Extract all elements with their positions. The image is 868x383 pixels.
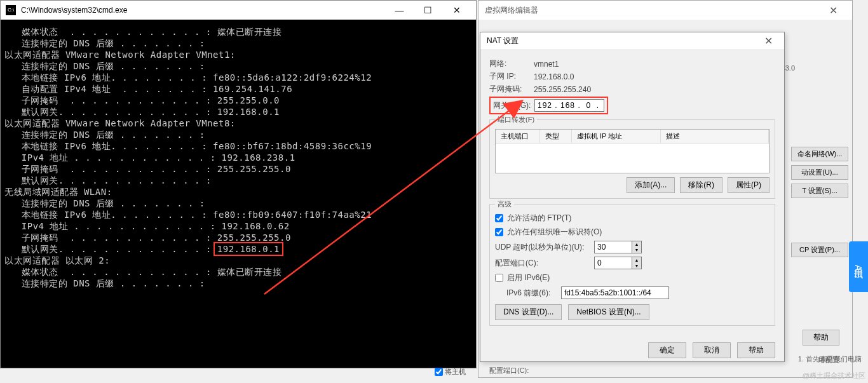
vne-title: 虚拟网络编辑器 — [485, 5, 820, 16]
cmd-line: 默认网关. . . . . . . . . . . . . : 192.168.… — [4, 243, 472, 255]
allow-ftp-checkbox[interactable] — [495, 214, 503, 222]
cmd-line: 连接特定的 DNS 后缀 . . . . . . . : — [4, 278, 472, 289]
default-gateway-highlight: 192.168.0.1 — [214, 242, 283, 256]
vne-help-button[interactable]: 帮助 — [803, 330, 839, 346]
cancel-button[interactable]: 取消 — [693, 342, 731, 358]
udp-timeout-label: UDP 超时(以秒为单位)(U): — [495, 242, 590, 253]
config-port-fragment: 配置端口(C): — [489, 366, 529, 375]
host-checkbox[interactable] — [435, 368, 443, 376]
port-forward-table[interactable]: 主机端口 类型 虚拟机 IP 地址 描述 — [495, 129, 770, 173]
cmd-line: 自动配置 IPv4 地址 . . . . . . . : 169.254.141… — [4, 83, 472, 95]
enable-ipv6-checkbox[interactable] — [495, 274, 503, 282]
spin-down-icon[interactable]: ▼ — [632, 247, 641, 253]
netbios-settings-button[interactable]: NetBIOS 设置(N)... — [568, 304, 649, 320]
close-button[interactable]: ✕ — [442, 1, 471, 20]
col-vm-ip: 虚拟机 IP 地址 — [572, 130, 661, 143]
subnet-ip-label: 子网 IP: — [489, 71, 534, 82]
remove-button[interactable]: 移除(R) — [680, 177, 722, 193]
cmd-line: 本地链接 IPv6 地址. . . . . . . . : fe80::fb09… — [4, 209, 472, 220]
network-value: vmnet1 — [534, 60, 559, 69]
cmd-line: 媒体状态 . . . . . . . . . . . . : 媒体已断开连接 — [4, 26, 472, 37]
subnet-ip-value: 192.168.0.0 — [534, 72, 574, 81]
cmd-line: 以太网适配器 VMware Network Adapter VMnet8: — [4, 118, 472, 129]
vne-close-button[interactable]: ✕ — [820, 4, 846, 17]
cmd-line: 连接特定的 DNS 后缀 . . . . . . . : — [4, 37, 472, 49]
spin-down-icon[interactable]: ▼ — [632, 263, 641, 269]
allow-any-oid-checkbox[interactable] — [495, 228, 503, 236]
advanced-group: 高级 允许活动的 FTP(T) 允许任何组织唯一标识符(O) UDP 超时(以秒… — [489, 204, 775, 326]
subnet-mask-value: 255.255.255.240 — [534, 85, 591, 94]
host-checkbox-fragment: 将主机 — [435, 367, 466, 377]
network-label: 网络: — [489, 58, 534, 69]
nat-title: NAT 设置 — [487, 36, 759, 46]
port-forwarding-group: 端口转发(F) 主机端口 类型 虚拟机 IP 地址 描述 添加(A)... 移除… — [489, 119, 775, 199]
allow-any-oid-label: 允许任何组织唯一标识符(O) — [507, 227, 602, 238]
ipv6-prefix-label: IPv6 前缀(6): — [506, 288, 557, 299]
port-forwarding-title: 端口转发(F) — [495, 115, 537, 124]
cmd-line: 以太网适配器 以太网 2: — [4, 255, 472, 266]
minimize-button[interactable]: — — [385, 1, 414, 20]
maximize-button[interactable]: ☐ — [414, 1, 442, 20]
gateway-ip-input[interactable] — [534, 99, 604, 112]
ipv6-prefix-input[interactable] — [561, 286, 669, 299]
nat-settings-button[interactable]: T 设置(S)... — [791, 184, 848, 198]
col-host-port: 主机端口 — [496, 130, 540, 143]
auto-settings-button[interactable]: 动设置(U)... — [791, 165, 848, 180]
cmd-line: 默认网关. . . . . . . . . . . . . : 192.168.… — [4, 106, 472, 118]
cmd-line: 以太网适配器 VMware Network Adapter VMnet1: — [4, 49, 472, 60]
advanced-title: 高级 — [495, 199, 514, 209]
cmd-title: C:\Windows\system32\cmd.exe — [21, 6, 385, 15]
gateway-highlight-box: 网关 IP(G): — [489, 97, 608, 114]
cmd-line: 连接特定的 DNS 后缀 . . . . . . . : — [4, 60, 472, 72]
config-port-label: 配置端口(C): — [495, 258, 590, 269]
cmd-line: 本地链接 IPv6 地址. . . . . . . . : fe80::5da6… — [4, 72, 472, 83]
cmd-line: 连接特定的 DNS 后缀 . . . . . . . : — [4, 129, 472, 140]
col-type: 类型 — [540, 130, 572, 143]
nat-titlebar: NAT 设置 ✕ — [480, 32, 784, 50]
rename-network-button[interactable]: 命名网络(W)... — [791, 147, 848, 161]
properties-button[interactable]: 属性(P) — [728, 177, 770, 193]
side-promo-button[interactable]: 试用 A — [849, 241, 868, 292]
gateway-prefix: 默认网关. . . . . . . . . . . . . : — [4, 244, 217, 254]
cmd-icon: C:\ — [6, 5, 16, 15]
help-button[interactable]: 帮助 — [737, 342, 775, 358]
dhcp-settings-button[interactable]: CP 设置(P)... — [791, 243, 848, 257]
vne-titlebar: 虚拟网络编辑器 ✕ — [478, 1, 852, 20]
nat-settings-dialog: NAT 设置 ✕ 网络:vmnet1 子网 IP:192.168.0.0 子网掩… — [480, 32, 785, 362]
tiny-text: 1. 首先查看我们电脑 — [798, 354, 862, 364]
cmd-line: IPv4 地址 . . . . . . . . . . . . : 192.16… — [4, 152, 472, 163]
allow-ftp-label: 允许活动的 FTP(T) — [507, 213, 571, 224]
cmd-line: 默认网关. . . . . . . . . . . . . : — [4, 175, 472, 186]
subnet-mask-label: 子网掩码: — [489, 84, 534, 95]
add-button[interactable]: 添加(A)... — [627, 177, 675, 193]
spin-up-icon[interactable]: ▲ — [632, 241, 641, 247]
host-label: 将主机 — [445, 367, 466, 377]
cmd-line: IPv4 地址 . . . . . . . . . . . . : 192.16… — [4, 220, 472, 232]
col-description: 描述 — [661, 130, 769, 143]
enable-ipv6-label: 启用 IPv6(E) — [507, 272, 550, 283]
cmd-line: 子网掩码 . . . . . . . . . . . . : 255.255.0… — [4, 95, 472, 106]
cmd-titlebar[interactable]: C:\ C:\Windows\system32\cmd.exe — ☐ ✕ — [1, 1, 476, 20]
gateway-label: 网关 IP(G): — [493, 100, 534, 111]
cmd-line: 连接特定的 DNS 后缀 . . . . . . . : — [4, 198, 472, 209]
cmd-line: 媒体状态 . . . . . . . . . . . . : 媒体已断开连接 — [4, 266, 472, 278]
dns-settings-button[interactable]: DNS 设置(D)... — [495, 304, 562, 320]
config-port-input[interactable] — [594, 257, 632, 269]
cmd-line: 子网掩码 . . . . . . . . . . . . : 255.255.2… — [4, 163, 472, 175]
watermark: @稀土掘金技术社区 — [803, 371, 865, 380]
cmd-line: 无线局域网适配器 WLAN: — [4, 186, 472, 198]
spin-up-icon[interactable]: ▲ — [632, 257, 641, 263]
nat-close-button[interactable]: ✕ — [759, 35, 778, 47]
cmd-line: 本地链接 IPv6 地址. . . . . . . . : fe80::bf67… — [4, 140, 472, 152]
cmd-output[interactable]: 媒体状态 . . . . . . . . . . . . : 媒体已断开连接 连… — [1, 20, 476, 368]
udp-timeout-input[interactable] — [594, 241, 632, 253]
cmd-window: C:\ C:\Windows\system32\cmd.exe — ☐ ✕ 媒体… — [0, 0, 477, 368]
ok-button[interactable]: 确定 — [648, 342, 686, 358]
